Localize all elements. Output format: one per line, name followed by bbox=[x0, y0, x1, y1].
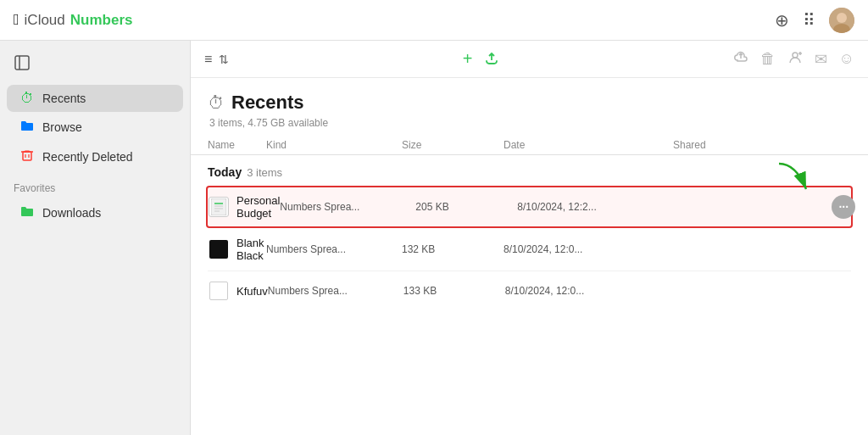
top-bar-actions: ⊕ ⠿ bbox=[775, 8, 854, 33]
svg-rect-13 bbox=[211, 198, 226, 215]
today-label: Today bbox=[208, 165, 242, 179]
file-date-0: 8/10/2024, 12:2... bbox=[517, 201, 687, 213]
file-name-text-2: Kfufuv bbox=[236, 285, 268, 298]
file-thumb-personal-budget bbox=[208, 196, 230, 218]
sidebar: ⏱ Recents Browse Recently Delete bbox=[0, 41, 191, 435]
file-size-0: 205 KB bbox=[415, 201, 517, 213]
file-thumb-blank-black bbox=[208, 238, 230, 260]
col-actions bbox=[809, 139, 851, 151]
col-name[interactable]: Name bbox=[208, 139, 266, 151]
col-shared[interactable]: Shared bbox=[673, 139, 809, 151]
today-section-header: Today 3 items bbox=[208, 155, 851, 186]
numbers-file-icon bbox=[209, 197, 229, 217]
toolbar-email-icon: ✉ bbox=[815, 50, 827, 69]
new-document-icon[interactable]: + bbox=[463, 49, 473, 69]
trash-icon bbox=[20, 148, 34, 165]
black-file-icon bbox=[209, 240, 228, 259]
app-branding:  iCloud Numbers bbox=[14, 11, 132, 29]
file-thumb-kfufuv bbox=[208, 280, 230, 302]
file-name-personal-budget: Personal Budget bbox=[208, 194, 280, 220]
app-name-label: Numbers bbox=[70, 12, 133, 29]
sidebar-item-downloads-label: Downloads bbox=[42, 206, 101, 220]
sidebar-item-recents[interactable]: ⏱ Recents bbox=[7, 85, 183, 112]
sidebar-item-browse-label: Browse bbox=[42, 120, 82, 134]
page-subtitle: 3 items, 4.75 GB available bbox=[209, 117, 851, 129]
toolbar-right: 🗑 ✉ ☺ bbox=[733, 49, 854, 69]
sort-icon[interactable]: ⇅ bbox=[219, 53, 229, 66]
content-area: ≡ ⇅ + 🗑 bbox=[191, 41, 868, 435]
file-date-2: 8/10/2024, 12:0... bbox=[505, 285, 675, 297]
more-button-0[interactable]: ··· bbox=[832, 195, 855, 219]
col-size[interactable]: Size bbox=[402, 139, 504, 151]
blank-file-icon bbox=[209, 282, 228, 300]
arrow-annotation bbox=[771, 162, 813, 199]
table-header: Name Kind Size Date Shared bbox=[191, 136, 868, 155]
avatar[interactable] bbox=[829, 8, 854, 33]
page-header: ⏱ Recents 3 items, 4.75 GB available bbox=[191, 78, 868, 136]
page-title: Recents bbox=[231, 92, 304, 114]
folder-icon bbox=[20, 119, 34, 136]
file-kind-1: Numbers Sprea... bbox=[266, 243, 402, 255]
col-kind[interactable]: Kind bbox=[266, 139, 402, 151]
sidebar-item-recently-deleted[interactable]: Recently Deleted bbox=[7, 142, 183, 171]
today-count: 3 items bbox=[247, 166, 282, 179]
file-date-1: 8/10/2024, 12:0... bbox=[504, 243, 673, 255]
svg-rect-3 bbox=[15, 56, 29, 70]
icloud-label: iCloud bbox=[25, 12, 65, 29]
svg-rect-5 bbox=[23, 152, 31, 160]
apple-logo-icon:  bbox=[14, 11, 19, 29]
toolbar: ≡ ⇅ + 🗑 bbox=[191, 41, 868, 78]
file-row-blank-black[interactable]: Blank Black Numbers Sprea... 132 KB 8/10… bbox=[208, 228, 851, 271]
sidebar-item-downloads[interactable]: Downloads bbox=[7, 198, 183, 227]
sidebar-toggle-button[interactable] bbox=[0, 47, 190, 81]
upload-icon[interactable] bbox=[484, 50, 499, 69]
file-list: Today 3 items bbox=[191, 155, 868, 435]
main-layout: ⏱ Recents Browse Recently Delete bbox=[0, 41, 868, 435]
toolbar-delete-icon: 🗑 bbox=[760, 50, 776, 68]
favorites-section-label: Favorites bbox=[0, 172, 190, 198]
file-kind-2: Numbers Sprea... bbox=[268, 285, 403, 297]
toolbar-left: ≡ ⇅ bbox=[204, 52, 229, 67]
toolbar-more-icon: ☺ bbox=[839, 50, 854, 68]
sidebar-item-recents-label: Recents bbox=[42, 92, 86, 105]
file-kind-0: Numbers Sprea... bbox=[280, 201, 415, 213]
clock-icon: ⏱ bbox=[20, 91, 34, 106]
grid-icon[interactable]: ⠿ bbox=[803, 10, 815, 31]
file-name-text: Personal Budget bbox=[236, 194, 280, 220]
list-view-icon[interactable]: ≡ bbox=[204, 52, 212, 67]
file-name-blank-black: Blank Black bbox=[208, 237, 266, 262]
svg-point-1 bbox=[837, 13, 847, 23]
top-bar:  iCloud Numbers ⊕ ⠿ bbox=[0, 0, 868, 41]
file-row-personal-budget[interactable]: Personal Budget Numbers Sprea... 205 KB … bbox=[206, 186, 853, 228]
file-row-kfufuv[interactable]: Kfufuv Numbers Sprea... 133 KB 8/10/2024… bbox=[208, 271, 851, 310]
downloads-folder-icon bbox=[20, 204, 34, 221]
cloud-upload-icon bbox=[733, 49, 748, 69]
file-size-1: 132 KB bbox=[402, 243, 504, 255]
file-size-2: 133 KB bbox=[403, 285, 505, 297]
svg-point-9 bbox=[793, 53, 798, 58]
add-icon[interactable]: ⊕ bbox=[775, 10, 789, 31]
col-date[interactable]: Date bbox=[504, 139, 673, 151]
file-row-personal-budget-wrapper: Personal Budget Numbers Sprea... 205 KB … bbox=[208, 186, 851, 228]
toolbar-center: + bbox=[463, 49, 500, 69]
file-name-kfufuv: Kfufuv bbox=[208, 280, 268, 302]
sidebar-item-browse[interactable]: Browse bbox=[7, 113, 183, 142]
file-name-text-1: Blank Black bbox=[236, 237, 266, 262]
toolbar-share-person-icon bbox=[787, 49, 803, 69]
recents-clock-icon: ⏱ bbox=[208, 93, 225, 113]
sidebar-item-recently-deleted-label: Recently Deleted bbox=[42, 150, 133, 164]
